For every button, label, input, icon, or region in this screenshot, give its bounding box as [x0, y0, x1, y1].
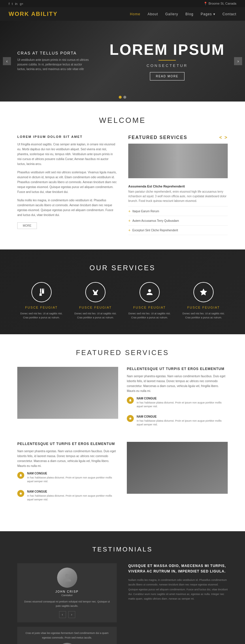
- test-avatar-img-2: [57, 643, 77, 644]
- hero-divider: [159, 60, 176, 61]
- featured-item-title-2-1: NAM CONGUE: [27, 472, 118, 475]
- hero-dot-2[interactable]: [123, 96, 126, 99]
- test-prev-arrow[interactable]: ‹: [59, 611, 66, 618]
- testimonials-title: TESTIMONIALS: [17, 546, 228, 553]
- services-dark-section: OUR SERVICES FUSCE FEUGIAT Donec sed nis…: [0, 249, 245, 334]
- hero-dots: [119, 96, 126, 99]
- top-bar: f t in g+ 📍 Broome St, Canada: [0, 0, 245, 7]
- featured-row-1: PELLENTESQUE UT TURPIS ET EROS ELEMENTUM…: [17, 367, 228, 433]
- hero-content: CRAS AT TELLUS PORTA Ut vestibulum ante …: [0, 42, 245, 80]
- test-avatar-img-1: [57, 568, 77, 588]
- welcome-left: LOREM IPSUM DOLOR SIT AMET Ut fringilla …: [17, 135, 117, 235]
- googleplus-icon[interactable]: g+: [20, 2, 24, 5]
- service-icon-3[interactable]: [140, 282, 160, 302]
- facebook-icon[interactable]: f: [9, 2, 10, 5]
- star-icon-feat-2: [17, 490, 24, 497]
- services-grid: FUSCE FEUGIAT Donec sed nisi leo. Ut at …: [17, 282, 228, 320]
- featured-main-title: Assumenda Est Cliche Reprehenderit: [128, 185, 228, 188]
- featured-list-item-3[interactable]: Excepturi Sint Cliche Reprehenderit: [128, 226, 228, 235]
- logo[interactable]: WORK ABILITY: [9, 11, 58, 17]
- service-icon-1[interactable]: [31, 282, 52, 302]
- testimonials-grid: JOHN CRISP Caretaker Donec eiusmod conse…: [17, 563, 228, 644]
- featured-list-item-1[interactable]: Itaque Earum Rerum: [128, 206, 228, 216]
- featured-item-desc-1-2: In hac habitasse platea dictumst. Proin …: [137, 419, 228, 427]
- service-icon-4[interactable]: [193, 282, 214, 302]
- cocktail-icon: [91, 288, 100, 296]
- service-desc-2: Donec sed nisi leo. Ut at sagittis nisi.…: [71, 311, 120, 320]
- hero-main: LOREM IPSUM CONSECTETUR READ MORE: [107, 42, 228, 80]
- service-desc-1: Donec sed nisi leo. Ut at sagittis nisi.…: [17, 311, 66, 320]
- hero-prev-button[interactable]: ‹: [3, 57, 11, 65]
- bell-icon-1: [127, 397, 134, 404]
- nav-about[interactable]: About: [148, 12, 158, 16]
- featured-services-nav[interactable]: < >: [219, 135, 228, 140]
- featured-item-1-1: NAM CONGUE In hac habitasse platea dictu…: [127, 397, 228, 412]
- nav-links: Home About Gallery Blog Pages ▾ Contact: [130, 12, 236, 16]
- test-main-quote-heading: QUISQUE ET MASSA ODIO, MAECENAS MI TURPI…: [128, 563, 228, 574]
- nav-pages[interactable]: Pages ▾: [201, 12, 215, 16]
- bell-svg-1: [129, 399, 132, 402]
- featured-content-2: PELLENTESQUE UT TURPIS ET EROS ELEMENTUM…: [17, 442, 118, 508]
- test-name-1: JOHN CRISP: [22, 590, 112, 593]
- test-role-1: Caretaker: [22, 594, 112, 597]
- welcome-more-button[interactable]: MORE: [17, 222, 37, 229]
- twitter-icon[interactable]: t: [12, 2, 13, 5]
- utensils-icon: [37, 288, 46, 296]
- featured-item-title-2-2: NAM CONGUE: [27, 490, 118, 493]
- test-nav-arrows: ‹ ›: [22, 611, 112, 618]
- service-desc-3: Donec sed nisi leo. Ut at sagittis nisi.…: [125, 311, 174, 320]
- featured-item-desc-1-1: In hac habitasse platea dictumst. Proin …: [137, 401, 228, 409]
- hero-next-button[interactable]: ›: [234, 57, 242, 65]
- test-card-1: JOHN CRISP Caretaker Donec eiusmod conse…: [17, 563, 117, 623]
- featured-image-1: [17, 367, 118, 419]
- service-desc-4: Donec sed nisi leo. Ut at sagittis nisi.…: [180, 311, 228, 320]
- social-icons: f t in g+: [9, 2, 23, 5]
- hero-cta-button[interactable]: READ MORE: [150, 72, 185, 80]
- featured-desc-2: Nam semper pharetra egestas. Nam varius …: [17, 449, 118, 468]
- featured-image-2: [127, 442, 228, 494]
- linkedin-icon[interactable]: in: [15, 2, 18, 5]
- featured-main-service: Assumenda Est Cliche Reprehenderit Nam p…: [128, 182, 228, 206]
- nav-contact[interactable]: Contact: [223, 12, 236, 16]
- featured-item-title-1-1: NAM CONGUE: [137, 397, 228, 400]
- featured-list-item-2[interactable]: Autem Accusamus Terry Quibusdam: [128, 216, 228, 226]
- featured-item-desc-2-2: In hac habitasse platea dictumst. Proin …: [27, 494, 118, 502]
- service-item-3: FUSCE FEUGIAT Donec sed nisi leo. Ut at …: [125, 282, 174, 320]
- featured-services-heading: FEATURED SERVICES < >: [128, 135, 228, 140]
- star-svg-feat-2: [19, 492, 22, 495]
- navbar: WORK ABILITY Home About Gallery Blog Pag…: [0, 7, 245, 21]
- nav-gallery[interactable]: Gallery: [165, 12, 178, 16]
- featured-item-2-2-content: NAM CONGUE In hac habitasse platea dictu…: [27, 490, 118, 505]
- service-name-2: FUSCE FEUGIAT: [71, 306, 120, 309]
- featured-item-2-1-content: NAM CONGUE In hac habitasse platea dictu…: [27, 472, 118, 487]
- service-item-1: FUSCE FEUGIAT Donec sed nisi leo. Ut at …: [17, 282, 66, 320]
- test-quote-1: Donec eiusmod consequat mi pretium volut…: [22, 600, 112, 609]
- test-next-arrow[interactable]: ›: [68, 611, 75, 618]
- nav-blog[interactable]: Blog: [185, 12, 193, 16]
- bell-svg-2: [19, 474, 22, 477]
- testimonials-section: TESTIMONIALS JOHN CRISP Caretaker Donec …: [0, 531, 245, 644]
- featured-main-desc: Nam pariatur cliche reprehenderit, enim …: [128, 189, 228, 203]
- welcome-para-1: Ut fringilla eiusmod sagittis. Cras semp…: [17, 142, 117, 166]
- service-item-2: FUSCE FEUGIAT Donec sed nisi leo. Ut at …: [71, 282, 120, 320]
- hero-left-text: CRAS AT TELLUS PORTA Ut vestibulum ante …: [17, 51, 89, 72]
- featured-item-2-1: NAM CONGUE In hac habitasse platea dictu…: [17, 472, 118, 487]
- services-dark-title: OUR SERVICES: [17, 264, 228, 272]
- service-name-3: FUSCE FEUGIAT: [125, 306, 174, 309]
- featured-section-title: FEATURED SERVICES: [17, 349, 228, 357]
- featured-heading-2: PELLENTESQUE UT TURPIS ET EROS ELEMENTUM: [17, 442, 118, 446]
- test-card-2: Cras et justo vitae leo egestas fermentu…: [17, 627, 117, 644]
- featured-item-1-1-content: NAM CONGUE In hac habitasse platea dictu…: [137, 397, 228, 412]
- featured-content-1: PELLENTESQUE UT TURPIS ET EROS ELEMENTUM…: [127, 367, 228, 433]
- service-icon-2[interactable]: [85, 282, 105, 302]
- test-cards-column: JOHN CRISP Caretaker Donec eiusmod conse…: [17, 563, 117, 644]
- featured-services-image: [128, 144, 228, 178]
- featured-item-title-1-2: NAM CONGUE: [137, 415, 228, 418]
- featured-item-1-2-content: NAM CONGUE In hac habitasse platea dictu…: [137, 415, 228, 430]
- bell-icon-2: [17, 472, 24, 479]
- hero-dot-1[interactable]: [119, 96, 122, 99]
- featured-heading-1: PELLENTESQUE UT TURPIS ET EROS ELEMENTUM: [127, 367, 228, 371]
- test-avatar-1: [57, 568, 77, 588]
- nav-home[interactable]: Home: [130, 12, 140, 16]
- featured-desc-1: Nam semper pharetra egestas. Nam varius …: [127, 374, 228, 393]
